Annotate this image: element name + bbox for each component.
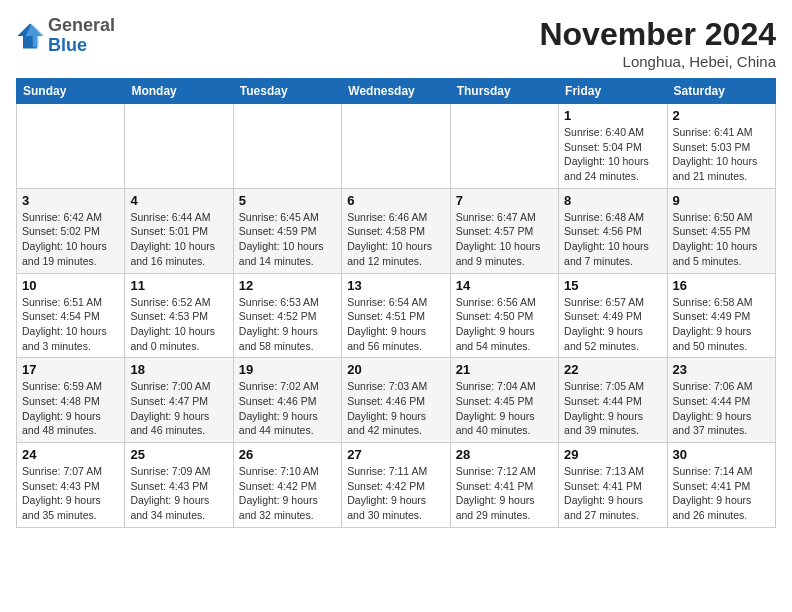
day-cell: 14Sunrise: 6:56 AM Sunset: 4:50 PM Dayli… xyxy=(450,273,558,358)
day-number: 28 xyxy=(456,447,553,462)
header: General Blue November 2024 Longhua, Hebe… xyxy=(16,16,776,70)
day-number: 12 xyxy=(239,278,336,293)
day-number: 29 xyxy=(564,447,661,462)
day-cell: 7Sunrise: 6:47 AM Sunset: 4:57 PM Daylig… xyxy=(450,188,558,273)
day-cell: 19Sunrise: 7:02 AM Sunset: 4:46 PM Dayli… xyxy=(233,358,341,443)
day-info: Sunrise: 7:00 AM Sunset: 4:47 PM Dayligh… xyxy=(130,379,227,438)
day-header-monday: Monday xyxy=(125,79,233,104)
day-info: Sunrise: 6:48 AM Sunset: 4:56 PM Dayligh… xyxy=(564,210,661,269)
day-number: 14 xyxy=(456,278,553,293)
day-info: Sunrise: 6:47 AM Sunset: 4:57 PM Dayligh… xyxy=(456,210,553,269)
week-row-4: 17Sunrise: 6:59 AM Sunset: 4:48 PM Dayli… xyxy=(17,358,776,443)
day-info: Sunrise: 6:56 AM Sunset: 4:50 PM Dayligh… xyxy=(456,295,553,354)
day-cell: 27Sunrise: 7:11 AM Sunset: 4:42 PM Dayli… xyxy=(342,443,450,528)
day-cell: 23Sunrise: 7:06 AM Sunset: 4:44 PM Dayli… xyxy=(667,358,775,443)
day-cell: 11Sunrise: 6:52 AM Sunset: 4:53 PM Dayli… xyxy=(125,273,233,358)
day-info: Sunrise: 7:04 AM Sunset: 4:45 PM Dayligh… xyxy=(456,379,553,438)
day-number: 18 xyxy=(130,362,227,377)
logo-icon xyxy=(16,22,44,50)
month-title: November 2024 xyxy=(539,16,776,53)
day-cell: 18Sunrise: 7:00 AM Sunset: 4:47 PM Dayli… xyxy=(125,358,233,443)
day-info: Sunrise: 7:07 AM Sunset: 4:43 PM Dayligh… xyxy=(22,464,119,523)
week-row-5: 24Sunrise: 7:07 AM Sunset: 4:43 PM Dayli… xyxy=(17,443,776,528)
day-cell xyxy=(342,104,450,189)
day-of-week-header: SundayMondayTuesdayWednesdayThursdayFrid… xyxy=(17,79,776,104)
day-info: Sunrise: 7:14 AM Sunset: 4:41 PM Dayligh… xyxy=(673,464,770,523)
day-cell: 25Sunrise: 7:09 AM Sunset: 4:43 PM Dayli… xyxy=(125,443,233,528)
day-info: Sunrise: 6:42 AM Sunset: 5:02 PM Dayligh… xyxy=(22,210,119,269)
day-info: Sunrise: 6:54 AM Sunset: 4:51 PM Dayligh… xyxy=(347,295,444,354)
day-info: Sunrise: 7:13 AM Sunset: 4:41 PM Dayligh… xyxy=(564,464,661,523)
day-cell: 16Sunrise: 6:58 AM Sunset: 4:49 PM Dayli… xyxy=(667,273,775,358)
day-number: 17 xyxy=(22,362,119,377)
day-cell: 29Sunrise: 7:13 AM Sunset: 4:41 PM Dayli… xyxy=(559,443,667,528)
day-cell: 24Sunrise: 7:07 AM Sunset: 4:43 PM Dayli… xyxy=(17,443,125,528)
day-cell: 13Sunrise: 6:54 AM Sunset: 4:51 PM Dayli… xyxy=(342,273,450,358)
day-info: Sunrise: 6:45 AM Sunset: 4:59 PM Dayligh… xyxy=(239,210,336,269)
day-number: 23 xyxy=(673,362,770,377)
day-info: Sunrise: 6:46 AM Sunset: 4:58 PM Dayligh… xyxy=(347,210,444,269)
calendar: SundayMondayTuesdayWednesdayThursdayFrid… xyxy=(16,78,776,528)
day-number: 25 xyxy=(130,447,227,462)
day-cell xyxy=(125,104,233,189)
day-number: 15 xyxy=(564,278,661,293)
day-cell xyxy=(450,104,558,189)
day-cell: 8Sunrise: 6:48 AM Sunset: 4:56 PM Daylig… xyxy=(559,188,667,273)
day-info: Sunrise: 6:58 AM Sunset: 4:49 PM Dayligh… xyxy=(673,295,770,354)
day-number: 7 xyxy=(456,193,553,208)
day-cell: 17Sunrise: 6:59 AM Sunset: 4:48 PM Dayli… xyxy=(17,358,125,443)
day-number: 20 xyxy=(347,362,444,377)
day-cell xyxy=(17,104,125,189)
day-info: Sunrise: 6:53 AM Sunset: 4:52 PM Dayligh… xyxy=(239,295,336,354)
day-number: 1 xyxy=(564,108,661,123)
day-header-sunday: Sunday xyxy=(17,79,125,104)
day-cell: 22Sunrise: 7:05 AM Sunset: 4:44 PM Dayli… xyxy=(559,358,667,443)
day-cell: 1Sunrise: 6:40 AM Sunset: 5:04 PM Daylig… xyxy=(559,104,667,189)
logo: General Blue xyxy=(16,16,115,56)
day-number: 8 xyxy=(564,193,661,208)
day-cell xyxy=(233,104,341,189)
day-header-wednesday: Wednesday xyxy=(342,79,450,104)
day-info: Sunrise: 6:41 AM Sunset: 5:03 PM Dayligh… xyxy=(673,125,770,184)
day-info: Sunrise: 6:52 AM Sunset: 4:53 PM Dayligh… xyxy=(130,295,227,354)
week-row-2: 3Sunrise: 6:42 AM Sunset: 5:02 PM Daylig… xyxy=(17,188,776,273)
day-info: Sunrise: 6:59 AM Sunset: 4:48 PM Dayligh… xyxy=(22,379,119,438)
day-number: 27 xyxy=(347,447,444,462)
day-info: Sunrise: 7:09 AM Sunset: 4:43 PM Dayligh… xyxy=(130,464,227,523)
day-info: Sunrise: 6:44 AM Sunset: 5:01 PM Dayligh… xyxy=(130,210,227,269)
day-info: Sunrise: 7:05 AM Sunset: 4:44 PM Dayligh… xyxy=(564,379,661,438)
day-number: 19 xyxy=(239,362,336,377)
day-cell: 6Sunrise: 6:46 AM Sunset: 4:58 PM Daylig… xyxy=(342,188,450,273)
day-header-saturday: Saturday xyxy=(667,79,775,104)
day-info: Sunrise: 7:10 AM Sunset: 4:42 PM Dayligh… xyxy=(239,464,336,523)
day-number: 26 xyxy=(239,447,336,462)
day-number: 11 xyxy=(130,278,227,293)
day-cell: 9Sunrise: 6:50 AM Sunset: 4:55 PM Daylig… xyxy=(667,188,775,273)
day-info: Sunrise: 6:57 AM Sunset: 4:49 PM Dayligh… xyxy=(564,295,661,354)
day-number: 21 xyxy=(456,362,553,377)
logo-general-text: General xyxy=(48,15,115,35)
day-header-thursday: Thursday xyxy=(450,79,558,104)
day-info: Sunrise: 6:50 AM Sunset: 4:55 PM Dayligh… xyxy=(673,210,770,269)
day-info: Sunrise: 7:02 AM Sunset: 4:46 PM Dayligh… xyxy=(239,379,336,438)
day-cell: 3Sunrise: 6:42 AM Sunset: 5:02 PM Daylig… xyxy=(17,188,125,273)
day-cell: 26Sunrise: 7:10 AM Sunset: 4:42 PM Dayli… xyxy=(233,443,341,528)
day-number: 24 xyxy=(22,447,119,462)
day-number: 13 xyxy=(347,278,444,293)
day-number: 16 xyxy=(673,278,770,293)
day-number: 4 xyxy=(130,193,227,208)
day-cell: 4Sunrise: 6:44 AM Sunset: 5:01 PM Daylig… xyxy=(125,188,233,273)
day-number: 6 xyxy=(347,193,444,208)
day-info: Sunrise: 7:11 AM Sunset: 4:42 PM Dayligh… xyxy=(347,464,444,523)
day-info: Sunrise: 7:06 AM Sunset: 4:44 PM Dayligh… xyxy=(673,379,770,438)
day-number: 3 xyxy=(22,193,119,208)
day-cell: 2Sunrise: 6:41 AM Sunset: 5:03 PM Daylig… xyxy=(667,104,775,189)
day-cell: 5Sunrise: 6:45 AM Sunset: 4:59 PM Daylig… xyxy=(233,188,341,273)
day-header-friday: Friday xyxy=(559,79,667,104)
day-cell: 21Sunrise: 7:04 AM Sunset: 4:45 PM Dayli… xyxy=(450,358,558,443)
day-number: 10 xyxy=(22,278,119,293)
day-header-tuesday: Tuesday xyxy=(233,79,341,104)
calendar-body: 1Sunrise: 6:40 AM Sunset: 5:04 PM Daylig… xyxy=(17,104,776,528)
day-cell: 15Sunrise: 6:57 AM Sunset: 4:49 PM Dayli… xyxy=(559,273,667,358)
logo-blue-text: Blue xyxy=(48,35,87,55)
